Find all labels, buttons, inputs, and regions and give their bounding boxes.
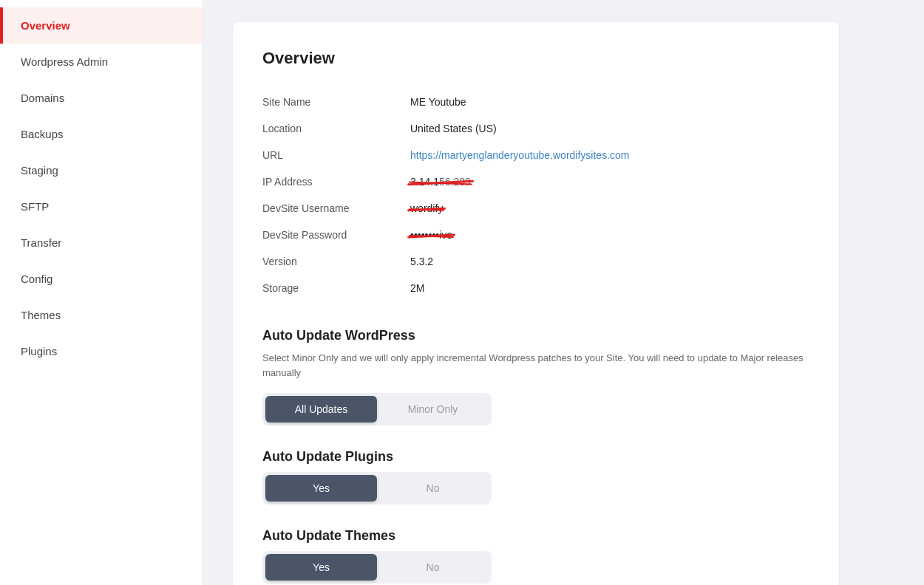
devsite-password-label: DevSite Password xyxy=(262,229,410,241)
sidebar: Overview Wordpress Admin Domains Backups… xyxy=(0,0,203,585)
plugins-no-button[interactable]: No xyxy=(377,475,489,502)
version-label: Version xyxy=(262,256,410,267)
info-table: Site Name ME Youtube Location United Sta… xyxy=(262,89,809,301)
site-name-label: Site Name xyxy=(262,96,410,108)
info-row-url: URL https://martyenglanderyoutube.wordif… xyxy=(262,142,809,168)
ip-label: IP Address xyxy=(262,176,410,188)
devsite-username-redacted: wordify xyxy=(410,202,443,214)
url-value[interactable]: https://martyenglanderyoutube.wordifysit… xyxy=(410,149,629,161)
info-row-devsite-username: DevSite Username wordify xyxy=(262,195,809,222)
sidebar-item-backups[interactable]: Backups xyxy=(0,116,203,152)
sidebar-item-config[interactable]: Config xyxy=(0,261,203,297)
themes-no-button[interactable]: No xyxy=(377,554,489,581)
wp-update-toggle-group: All Updates Minor Only xyxy=(262,393,492,425)
sidebar-item-label: Overview xyxy=(21,19,70,32)
sidebar-item-overview[interactable]: Overview xyxy=(0,7,203,44)
version-value: 5.3.2 xyxy=(410,256,433,267)
sidebar-item-label: Plugins xyxy=(21,345,57,358)
info-row-devsite-password: DevSite Password ••••••••ive xyxy=(262,222,809,248)
auto-update-plugins-title: Auto Update Plugins xyxy=(262,449,809,465)
sidebar-item-domains[interactable]: Domains xyxy=(0,80,203,116)
sidebar-item-transfer[interactable]: Transfer xyxy=(0,225,203,261)
sidebar-item-label: Config xyxy=(21,273,52,285)
sidebar-item-label: SFTP xyxy=(21,200,49,213)
devsite-password-value: ••••••••ive xyxy=(410,229,452,241)
info-row-location: Location United States (US) xyxy=(262,115,809,142)
main-content: Overview Site Name ME Youtube Location U… xyxy=(203,0,924,585)
info-row-site-name: Site Name ME Youtube xyxy=(262,89,809,115)
sidebar-item-wordpress-admin[interactable]: Wordpress Admin xyxy=(0,44,203,80)
plugins-update-toggle-group: Yes No xyxy=(262,472,492,504)
auto-update-themes-title: Auto Update Themes xyxy=(262,528,809,544)
minor-only-button[interactable]: Minor Only xyxy=(377,396,489,422)
storage-value: 2M xyxy=(410,282,424,294)
sidebar-item-label: Transfer xyxy=(21,236,61,249)
storage-label: Storage xyxy=(262,282,410,294)
url-label: URL xyxy=(262,149,410,161)
location-value: United States (US) xyxy=(410,123,497,134)
ip-redacted: 3.14.156.289 xyxy=(410,176,471,188)
info-row-ip: IP Address 3.14.156.289 xyxy=(262,168,809,195)
overview-card: Overview Site Name ME Youtube Location U… xyxy=(233,22,839,585)
themes-update-toggle-group: Yes No xyxy=(262,551,492,584)
auto-update-wp-title: Auto Update WordPress xyxy=(262,328,809,343)
site-name-value: ME Youtube xyxy=(410,96,466,108)
sidebar-item-sftp[interactable]: SFTP xyxy=(0,188,203,225)
sidebar-item-themes[interactable]: Themes xyxy=(0,297,203,333)
devsite-password-redacted: ••••••••ive xyxy=(410,229,452,241)
sidebar-item-label: Domains xyxy=(21,92,64,104)
sidebar-item-plugins[interactable]: Plugins xyxy=(0,333,203,369)
ip-value: 3.14.156.289 xyxy=(410,176,471,188)
location-label: Location xyxy=(262,123,410,134)
info-row-version: Version 5.3.2 xyxy=(262,248,809,275)
sidebar-item-label: Themes xyxy=(21,309,61,321)
sidebar-item-label: Backups xyxy=(21,128,64,140)
auto-update-plugins-section: Auto Update Plugins Yes No xyxy=(262,449,809,504)
all-updates-button[interactable]: All Updates xyxy=(265,396,377,422)
auto-update-themes-section: Auto Update Themes Yes No xyxy=(262,528,809,584)
info-row-storage: Storage 2M xyxy=(262,275,809,301)
devsite-username-value: wordify xyxy=(410,202,443,214)
sidebar-item-label: Wordpress Admin xyxy=(21,55,108,68)
auto-update-wp-desc: Select Minor Only and we will only apply… xyxy=(262,351,809,380)
devsite-username-label: DevSite Username xyxy=(262,202,410,214)
page-title: Overview xyxy=(262,49,809,68)
themes-yes-button[interactable]: Yes xyxy=(265,554,377,581)
sidebar-item-staging[interactable]: Staging xyxy=(0,152,203,188)
plugins-yes-button[interactable]: Yes xyxy=(265,475,377,502)
auto-update-wordpress-section: Auto Update WordPress Select Minor Only … xyxy=(262,328,809,425)
sidebar-item-label: Staging xyxy=(21,164,58,177)
